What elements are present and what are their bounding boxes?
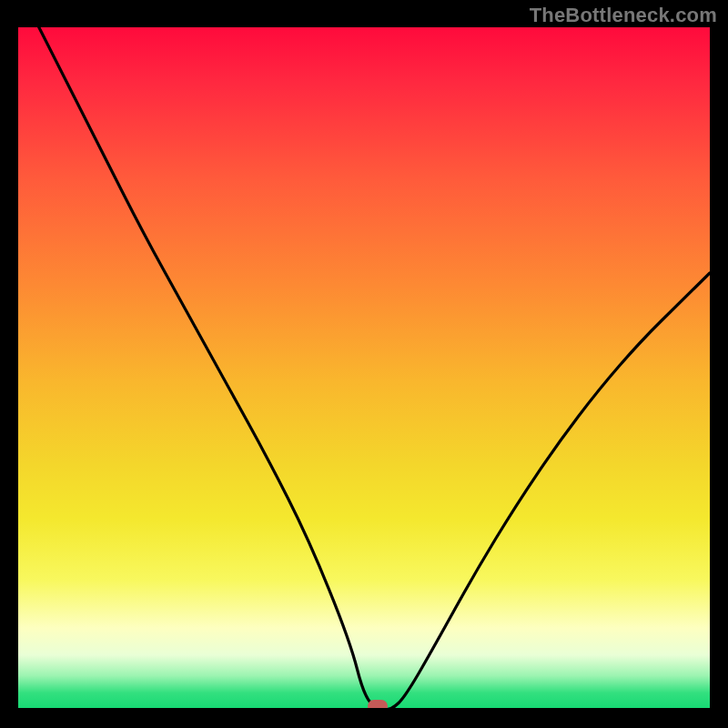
chart-frame: TheBottleneck.com: [0, 0, 728, 728]
watermark-text: TheBottleneck.com: [530, 4, 717, 27]
x-axis-baseline: [18, 708, 710, 710]
bottleneck-curve: [18, 27, 710, 710]
plot-area: [18, 27, 710, 710]
